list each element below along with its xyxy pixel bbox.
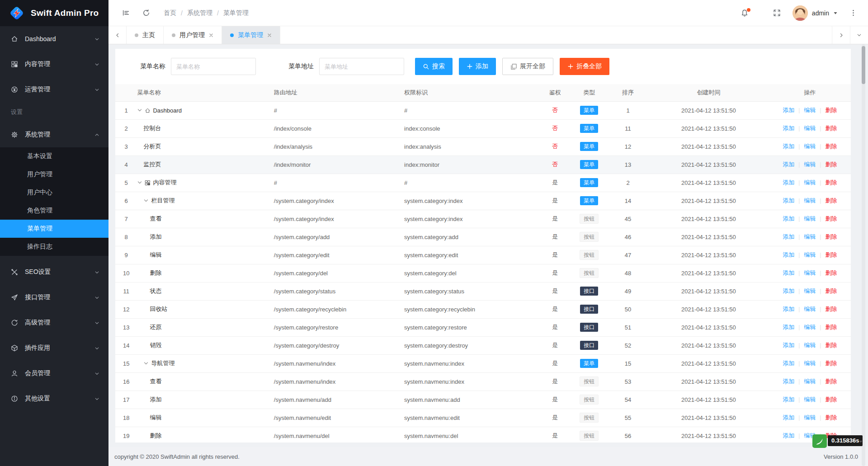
row-delete-link[interactable]: 删除 xyxy=(825,306,837,312)
row-edit-link[interactable]: 编辑 xyxy=(804,197,816,204)
menu-name-input[interactable] xyxy=(171,58,256,75)
fullscreen-icon[interactable] xyxy=(773,9,781,17)
row-add-link[interactable]: 添加 xyxy=(783,107,794,113)
row-add-link[interactable]: 添加 xyxy=(783,197,794,204)
tree-expand-icon[interactable] xyxy=(137,180,145,185)
add-button[interactable]: 添加 xyxy=(459,58,496,75)
row-edit-link[interactable]: 编辑 xyxy=(804,269,816,276)
row-edit-link[interactable]: 编辑 xyxy=(804,251,816,258)
row-delete-link[interactable]: 删除 xyxy=(825,233,837,240)
row-add-link[interactable]: 添加 xyxy=(783,161,794,168)
sidebar-subitem-用户管理[interactable]: 用户管理 xyxy=(0,165,108,184)
sidebar-item-内容管理[interactable]: 内容管理 xyxy=(0,52,108,77)
row-delete-link[interactable]: 删除 xyxy=(825,143,837,150)
row-edit-link[interactable]: 编辑 xyxy=(804,287,816,294)
expand-all-button[interactable]: 展开全部 xyxy=(502,58,553,75)
tree-expand-icon[interactable] xyxy=(143,198,151,203)
row-add-link[interactable]: 添加 xyxy=(783,360,794,367)
performance-caret-icon[interactable] xyxy=(859,439,863,444)
tabs-scroll-left-icon[interactable] xyxy=(108,26,127,44)
row-add-link[interactable]: 添加 xyxy=(783,125,794,132)
sidebar-item-Dashboard[interactable]: Dashboard xyxy=(0,26,108,52)
sidebar-item-系统管理[interactable]: 系统管理 xyxy=(0,122,108,147)
scrollbar-thumb[interactable] xyxy=(862,46,865,84)
row-add-link[interactable]: 添加 xyxy=(783,378,794,385)
row-delete-link[interactable]: 删除 xyxy=(825,251,837,258)
sidebar-item-接口管理[interactable]: 接口管理 xyxy=(0,285,108,310)
tabs-scroll-right-icon[interactable] xyxy=(832,26,850,44)
notification-bell-icon[interactable] xyxy=(741,9,749,17)
row-delete-link[interactable]: 删除 xyxy=(825,215,837,222)
row-add-link[interactable]: 添加 xyxy=(783,306,794,312)
row-edit-link[interactable]: 编辑 xyxy=(804,161,816,168)
row-edit-link[interactable]: 编辑 xyxy=(804,306,816,312)
tree-expand-icon[interactable] xyxy=(137,108,145,113)
row-edit-link[interactable]: 编辑 xyxy=(804,360,816,367)
sidebar-item-会员管理[interactable]: 会员管理 xyxy=(0,361,108,386)
user-menu[interactable]: admin xyxy=(793,5,838,21)
search-button[interactable]: 搜索 xyxy=(415,58,453,75)
sidebar-item-高级管理[interactable]: 高级管理 xyxy=(0,310,108,335)
breadcrumb-home[interactable]: 首页 xyxy=(164,9,176,17)
row-add-link[interactable]: 添加 xyxy=(783,251,794,258)
tab-用户管理[interactable]: 用户管理 xyxy=(164,26,222,44)
row-edit-link[interactable]: 编辑 xyxy=(804,107,816,113)
row-edit-link[interactable]: 编辑 xyxy=(804,215,816,222)
collapse-all-button[interactable]: 折叠全部 xyxy=(560,58,609,75)
row-edit-link[interactable]: 编辑 xyxy=(804,342,816,348)
row-add-link[interactable]: 添加 xyxy=(783,143,794,150)
sidebar-subitem-菜单管理[interactable]: 菜单管理 xyxy=(0,220,108,238)
row-delete-link[interactable]: 删除 xyxy=(825,269,837,276)
row-delete-link[interactable]: 删除 xyxy=(825,378,837,385)
row-edit-link[interactable]: 编辑 xyxy=(804,414,816,421)
row-edit-link[interactable]: 编辑 xyxy=(804,179,816,186)
row-delete-link[interactable]: 删除 xyxy=(825,414,837,421)
row-add-link[interactable]: 添加 xyxy=(783,396,794,403)
row-delete-link[interactable]: 删除 xyxy=(825,179,837,186)
row-delete-link[interactable]: 删除 xyxy=(825,107,837,113)
row-add-link[interactable]: 添加 xyxy=(783,324,794,330)
row-delete-link[interactable]: 删除 xyxy=(825,324,837,330)
row-add-link[interactable]: 添加 xyxy=(783,432,794,439)
breadcrumb-system[interactable]: 系统管理 xyxy=(187,9,212,17)
sidebar-item-其他设置[interactable]: 其他设置 xyxy=(0,386,108,411)
row-add-link[interactable]: 添加 xyxy=(783,414,794,421)
refresh-icon[interactable] xyxy=(142,9,150,17)
row-edit-link[interactable]: 编辑 xyxy=(804,324,816,330)
menu-url-input[interactable] xyxy=(319,58,404,75)
sidebar-subitem-操作日志[interactable]: 操作日志 xyxy=(0,238,108,256)
row-edit-link[interactable]: 编辑 xyxy=(804,233,816,240)
row-add-link[interactable]: 添加 xyxy=(783,342,794,348)
row-add-link[interactable]: 添加 xyxy=(783,269,794,276)
row-delete-link[interactable]: 删除 xyxy=(825,125,837,132)
sidebar-collapse-icon[interactable] xyxy=(122,9,130,17)
tree-expand-icon[interactable] xyxy=(143,361,151,366)
row-add-link[interactable]: 添加 xyxy=(783,179,794,186)
sidebar-subitem-基本设置[interactable]: 基本设置 xyxy=(0,147,108,165)
row-edit-link[interactable]: 编辑 xyxy=(804,396,816,403)
performance-badge-icon[interactable] xyxy=(812,434,827,448)
close-tab-icon[interactable] xyxy=(267,33,272,38)
more-options-icon[interactable] xyxy=(849,9,857,17)
row-delete-link[interactable]: 删除 xyxy=(825,287,837,294)
row-delete-link[interactable]: 删除 xyxy=(825,161,837,168)
close-tab-icon[interactable] xyxy=(209,33,213,38)
row-delete-link[interactable]: 删除 xyxy=(825,396,837,403)
scrollbar-track[interactable] xyxy=(862,44,865,466)
sidebar-subitem-角色管理[interactable]: 角色管理 xyxy=(0,202,108,220)
tab-主页[interactable]: 主页 xyxy=(127,26,164,44)
tab-菜单管理[interactable]: 菜单管理 xyxy=(222,26,280,44)
row-add-link[interactable]: 添加 xyxy=(783,215,794,222)
row-delete-link[interactable]: 删除 xyxy=(825,197,837,204)
tabs-dropdown-icon[interactable] xyxy=(850,26,868,44)
row-edit-link[interactable]: 编辑 xyxy=(804,143,816,150)
sidebar-item-运营管理[interactable]: 运营管理 xyxy=(0,77,108,102)
row-add-link[interactable]: 添加 xyxy=(783,287,794,294)
row-delete-link[interactable]: 删除 xyxy=(825,360,837,367)
sidebar-item-插件应用[interactable]: 插件应用 xyxy=(0,335,108,361)
row-add-link[interactable]: 添加 xyxy=(783,233,794,240)
sidebar-subitem-用户中心[interactable]: 用户中心 xyxy=(0,184,108,202)
row-edit-link[interactable]: 编辑 xyxy=(804,125,816,132)
row-delete-link[interactable]: 删除 xyxy=(825,342,837,348)
row-edit-link[interactable]: 编辑 xyxy=(804,378,816,385)
